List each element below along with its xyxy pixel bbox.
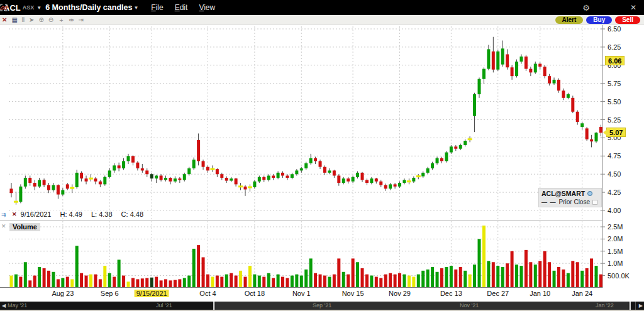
period-selector[interactable]: 6 Months/Daily candles — [45, 3, 132, 12]
alert-button[interactable]: Alert — [555, 16, 584, 24]
time-scrollbar[interactable]: ◀ ▶ May '21Jul '21Sep '21Nov '21Jan '22 — [0, 302, 644, 310]
link-icon[interactable] — [597, 3, 606, 12]
volume-bar — [469, 275, 472, 288]
volume-bar — [169, 280, 172, 288]
volume-bar — [352, 258, 355, 288]
candle-body — [47, 185, 50, 190]
price-axis-label: 5.25 — [608, 116, 621, 124]
close-icon[interactable]: ✕ — [629, 3, 638, 12]
date-label: Nov 1 — [292, 290, 311, 297]
reference-price-tag: 6.06 — [605, 56, 625, 65]
volume-bar — [38, 267, 41, 288]
candle-body — [141, 168, 144, 170]
zoom-out-icon[interactable]: ⊖ — [48, 16, 53, 25]
volume-pane[interactable]: 500.0K1.0M1.5M2.0M2.5M — [0, 221, 644, 288]
candle-body — [178, 178, 181, 180]
sell-button[interactable]: Sell — [615, 16, 640, 24]
scroll-left-icon[interactable]: ◀ — [2, 302, 6, 310]
close-pane-icon[interactable]: ✕ — [1, 223, 6, 229]
candle-body — [464, 141, 467, 145]
candle-body — [155, 176, 158, 179]
candle-body — [356, 173, 359, 177]
volume-bar — [291, 276, 294, 288]
candle-body — [440, 158, 443, 161]
volume-bar — [113, 277, 116, 288]
candle-body — [10, 188, 13, 193]
candle-body — [525, 57, 528, 69]
volume-bar — [80, 273, 83, 288]
remove-readout-icon[interactable]: ✕ — [12, 211, 17, 217]
volume-bar — [370, 276, 373, 288]
volume-bar — [47, 271, 50, 288]
compress-horizontal-icon[interactable]: ⇥ — [79, 16, 84, 25]
candle-body — [291, 174, 294, 178]
volume-bar — [295, 275, 298, 288]
volume-axis-label: 2.5M — [608, 223, 623, 231]
doji-candle — [238, 185, 243, 187]
volume-bar — [445, 267, 448, 288]
candle-body — [309, 158, 313, 163]
buy-button[interactable]: Buy — [586, 16, 612, 24]
legend-item-label: Prior Close — [559, 199, 590, 205]
zoom-in-icon[interactable]: ⊕ — [38, 16, 43, 25]
candle-body — [347, 178, 350, 182]
volume-bar — [131, 278, 135, 288]
date-label: Oct 4 — [199, 290, 216, 297]
candle-style-icon[interactable]: ⫴ — [22, 16, 25, 25]
menu-file[interactable]: File — [151, 3, 163, 12]
candle-body — [478, 79, 481, 94]
legend-checkbox[interactable] — [592, 200, 597, 205]
date-axis: Aug 23Sep 69/15/2021Oct 4Oct 18Nov 1Nov … — [0, 288, 644, 301]
candle-body — [496, 52, 499, 70]
volume-bar — [440, 268, 443, 288]
pane-indicator-icon[interactable]: ⇉ — [1, 212, 6, 218]
candle-body — [431, 163, 434, 168]
volume-bar — [160, 280, 163, 288]
candle-body — [267, 176, 270, 180]
period-dropdown-caret-icon[interactable]: ▼ — [133, 5, 138, 11]
candle-body — [127, 156, 130, 161]
candle-body — [314, 158, 317, 161]
crosshair-icon[interactable]: ＋ — [58, 16, 64, 25]
candle-body — [379, 182, 382, 185]
candle-body — [145, 170, 148, 174]
volume-bar — [211, 277, 214, 288]
volume-bar — [473, 265, 476, 288]
candle-body — [183, 174, 186, 180]
volume-bar — [459, 267, 462, 288]
volume-bar — [464, 271, 467, 288]
pointer-tool-icon[interactable]: ➤ — [29, 16, 34, 25]
close-chart-icon[interactable]: ✕ — [2, 16, 7, 25]
volume-bar — [519, 266, 523, 288]
maximize-icon[interactable] — [613, 3, 622, 12]
date-label: Nov 29 — [389, 290, 411, 297]
candle-body — [571, 98, 574, 112]
candle-body — [272, 176, 275, 178]
volume-bar — [553, 271, 556, 288]
symbol-dropdown-caret-icon[interactable]: ▼ — [36, 5, 42, 11]
exchange-label: ASX — [23, 4, 35, 11]
candle-body — [113, 165, 116, 170]
menu-view[interactable]: View — [199, 3, 215, 12]
candle-body — [328, 170, 331, 172]
candle-body — [519, 57, 523, 62]
candle-body — [553, 80, 556, 84]
volume-bar — [319, 275, 322, 288]
candle-body — [118, 165, 121, 168]
volume-bar — [417, 275, 420, 288]
price-axis-label: 5.75 — [608, 80, 621, 87]
scrollbar-date-label: Sep '21 — [313, 302, 331, 308]
trading-app-window: ACL ASX ▼ 6 Months/Daily candles ▼ FileE… — [0, 0, 644, 311]
scroll-right-icon[interactable]: ▶ — [635, 302, 643, 310]
menu-edit[interactable]: Edit — [175, 3, 188, 12]
chart-style-icon[interactable]: ▦ — [11, 16, 17, 25]
scrollbar-thumb[interactable] — [213, 302, 631, 310]
volume-bar — [333, 275, 336, 288]
series-legend[interactable]: ACL@SMART — — Prior Close — [538, 188, 602, 207]
expand-horizontal-icon[interactable]: ⇹ — [69, 16, 74, 25]
gear-icon[interactable]: ⚙ — [582, 3, 591, 12]
candle-body — [281, 173, 284, 176]
window-controls: ⚙ ✕ — [582, 3, 640, 12]
volume-bar — [286, 278, 289, 288]
volume-bar — [99, 279, 102, 288]
